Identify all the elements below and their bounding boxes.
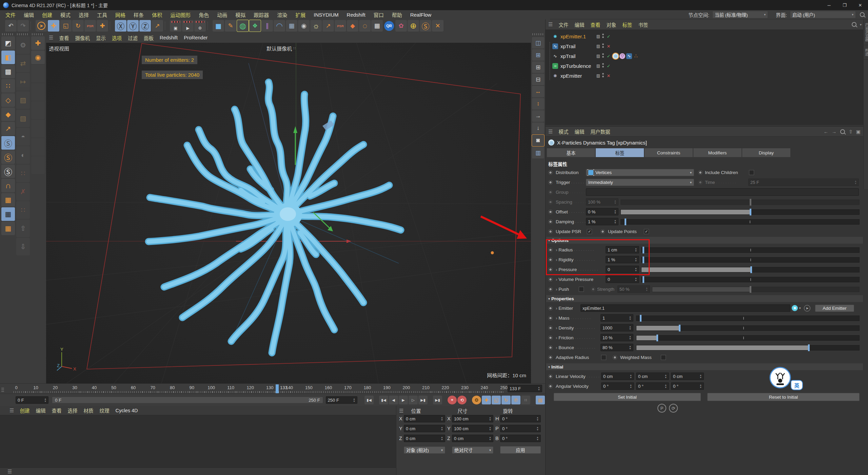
radius-field[interactable]: 1 cm: [606, 246, 639, 253]
render-settings-icon[interactable]: ⚙: [194, 20, 206, 32]
sphere-icon[interactable]: ◐: [16, 146, 30, 164]
record-position-button[interactable]: ✚: [482, 396, 491, 404]
layout-columns-icon[interactable]: ◫: [532, 37, 544, 49]
record-options-button[interactable]: ⟲: [457, 396, 467, 404]
anim-knob[interactable]: [548, 267, 553, 272]
damping-slider[interactable]: [620, 219, 860, 225]
mass-field[interactable]: 1: [600, 314, 633, 322]
visibility-dots-icon[interactable]: [602, 34, 604, 35]
attribute-menu-icon[interactable]: ☰: [546, 129, 555, 135]
timeline-ruler[interactable]: 0102030405060708090100110120130140150160…: [0, 383, 545, 394]
swap-vertical-icon[interactable]: ↕: [532, 98, 544, 110]
viewport-move-icon[interactable]: ✚: [31, 36, 45, 50]
radius-slider[interactable]: [641, 247, 860, 253]
emitter-link-field[interactable]: xpEmitter.1: [580, 304, 790, 312]
object-name[interactable]: xpTrail: [560, 43, 575, 49]
next-frame-button[interactable]: ▷: [409, 396, 418, 404]
size-y-field[interactable]: 100 cm: [452, 425, 493, 432]
timeline-playhead[interactable]: [276, 384, 279, 393]
next-key-button[interactable]: ▶▮: [418, 396, 428, 404]
size-x-field[interactable]: 100 cm: [452, 415, 493, 422]
distribution-select[interactable]: Vertices: [586, 169, 694, 176]
rigidity-slider[interactable]: [641, 257, 860, 263]
rotate-tool-icon[interactable]: ↻: [72, 20, 84, 32]
anim-knob[interactable]: [698, 170, 703, 175]
y-axis-lock-icon[interactable]: Ⓨ: [127, 20, 139, 32]
record-pla-button[interactable]: ∷: [521, 396, 530, 404]
spline-pen-icon[interactable]: ✎: [225, 20, 236, 32]
object-row-xpemitter[interactable]: ✺ xpEmitter ▨ ✕: [548, 71, 863, 80]
disabled-cross-icon[interactable]: ✕: [606, 43, 611, 49]
panel-icon[interactable]: ▣: [854, 129, 862, 134]
autokey-button[interactable]: ⚙: [472, 396, 481, 404]
snap-settings-icon[interactable]: Ⓢ: [1, 165, 15, 178]
object-filter-icon[interactable]: ▾: [860, 23, 862, 26]
goto-end-button[interactable]: ▶▮: [433, 396, 442, 404]
anim-knob[interactable]: [548, 345, 553, 350]
record-params-button[interactable]: ℗: [511, 396, 520, 404]
move-tool-icon[interactable]: ✚: [48, 20, 59, 32]
object-row-xptrail-b[interactable]: ∿ xpTrail ▨ ✓ ◎ ▽ ∿ ∴: [548, 52, 863, 60]
position-mode-select[interactable]: 对象 (相对): [404, 446, 445, 454]
scale-tool-icon[interactable]: ◱: [60, 20, 72, 32]
anim-knob[interactable]: [548, 316, 553, 320]
swap-icon[interactable]: ⇄: [16, 55, 30, 72]
camera-toggle-icon[interactable]: ∷: [293, 46, 296, 51]
goto-start-button[interactable]: ▮◀: [364, 396, 374, 404]
add-emitter-button[interactable]: Add Emitter: [815, 305, 854, 312]
bounce-slider[interactable]: [636, 345, 860, 350]
viewport-menu-icon[interactable]: ☰: [46, 35, 56, 41]
coords-menu-icon[interactable]: ☰: [396, 408, 406, 414]
record-scale-button[interactable]: ◱: [492, 396, 501, 404]
damping-field[interactable]: 1 %: [586, 218, 618, 225]
range-end-field[interactable]: 250 F: [326, 396, 357, 404]
properties-section-header[interactable]: Properties: [546, 295, 863, 302]
anim-knob[interactable]: [548, 210, 553, 214]
anim-knob[interactable]: [548, 248, 553, 252]
viewport[interactable]: ☰ 查看摄像机显示选项过滤面板RedshiftProRender: [46, 33, 531, 383]
light-icon[interactable]: ☼: [310, 20, 322, 32]
size-z-field[interactable]: 0 cm: [452, 435, 493, 442]
pressure-field[interactable]: 0: [606, 266, 639, 273]
minimize-button[interactable]: ─: [821, 0, 837, 10]
initial-section-header[interactable]: Initial: [546, 363, 863, 370]
camera-icon[interactable]: ◉: [298, 20, 310, 32]
nodespace-select[interactable]: 当前 (标准/物理): [712, 11, 768, 18]
position-y-field[interactable]: 0 cm: [404, 425, 445, 432]
play-button[interactable]: ▶: [399, 396, 408, 404]
emitter-link-chevron-icon[interactable]: ▾: [799, 304, 801, 312]
enabled-check-icon[interactable]: ✓: [606, 63, 611, 69]
attribute-search-icon[interactable]: [840, 129, 845, 134]
object-name[interactable]: xpEmitter.1: [560, 34, 586, 39]
raise-points-icon[interactable]: ⇧: [16, 220, 30, 237]
array-object-icon[interactable]: ❖: [249, 20, 261, 32]
make-editable-icon[interactable]: ◩: [1, 36, 15, 50]
anim-knob[interactable]: [548, 180, 553, 185]
density-field[interactable]: 1000: [600, 324, 633, 331]
texture-mode-icon[interactable]: ▩: [1, 65, 15, 78]
viewport-select-icon[interactable]: ◉: [31, 51, 45, 64]
ime-language-badge[interactable]: 英: [791, 380, 803, 390]
render-region-icon[interactable]: ◙: [532, 135, 544, 146]
snap-toggle-icon[interactable]: Ⓢ: [1, 136, 15, 150]
bend-deformer-icon[interactable]: ◠: [274, 20, 285, 32]
rotation-b-field[interactable]: 0 °: [500, 435, 541, 442]
enabled-check-icon[interactable]: ✓: [606, 34, 611, 39]
anim-knob[interactable]: [548, 287, 553, 291]
p-circle-icon[interactable]: P: [657, 404, 666, 413]
object-search-icon[interactable]: [852, 22, 856, 27]
group-field[interactable]: [586, 188, 859, 196]
anim-knob[interactable]: [548, 306, 553, 310]
redo-icon[interactable]: ↷: [17, 20, 29, 32]
anim-knob[interactable]: [613, 355, 617, 360]
material-menu-icon[interactable]: ☰: [7, 407, 17, 414]
weighted-mass-checkbox[interactable]: [661, 355, 666, 360]
options-section-header[interactable]: Options: [546, 237, 863, 244]
melt-icon[interactable]: ◓: [16, 128, 30, 146]
rotation-p-field[interactable]: 0 °: [500, 425, 541, 432]
update-psr-checkbox[interactable]: [587, 229, 592, 234]
axis-mode-icon[interactable]: ↗: [1, 122, 15, 135]
edit-toggle-icon[interactable]: ▨: [596, 64, 600, 68]
anim-knob[interactable]: [548, 220, 553, 224]
edit-toggle-icon[interactable]: ▨: [596, 74, 600, 78]
